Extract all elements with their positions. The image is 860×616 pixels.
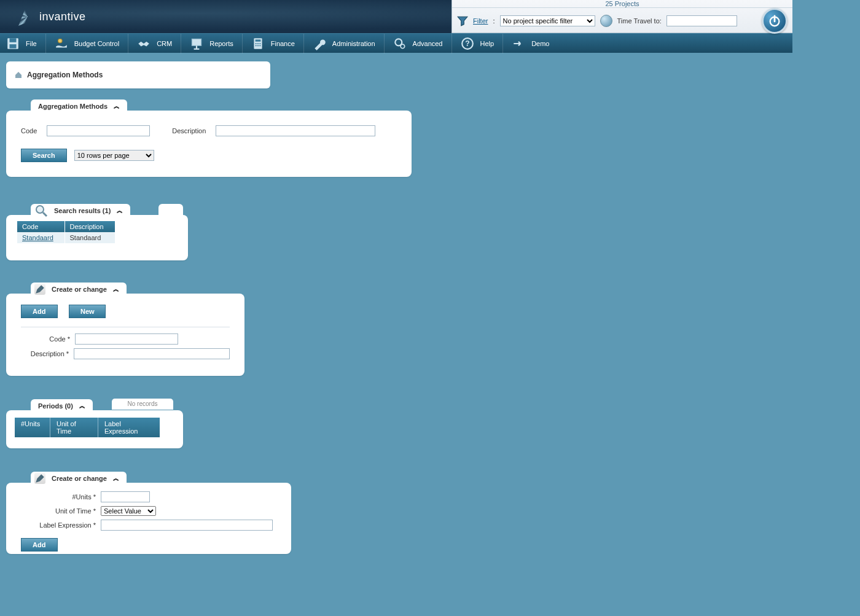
code-input[interactable]: [47, 125, 150, 136]
results-panel-tab[interactable]: Search results (1) ︽: [31, 204, 130, 217]
cell-description: Standaard: [64, 232, 115, 243]
handshake-icon: [137, 37, 150, 50]
cc1-code-input[interactable]: [75, 333, 178, 345]
power-button[interactable]: [762, 8, 788, 34]
menu-label: Demo: [531, 40, 549, 47]
menu-finance[interactable]: Finance: [242, 34, 303, 53]
blank-tab: [158, 204, 183, 217]
rows-per-page-select[interactable]: 10 rows per page: [74, 150, 154, 161]
arrow-icon: [512, 37, 525, 50]
page-title: Aggregation Methods: [27, 71, 103, 79]
chevron-up-icon[interactable]: ︽: [113, 474, 119, 483]
chevron-up-icon[interactable]: ︽: [114, 102, 120, 111]
menu-reports[interactable]: Reports: [181, 34, 242, 53]
col-label-expression: Label Expression: [98, 418, 160, 437]
app-header: invantive 25 Projects Filter : No projec…: [0, 0, 792, 33]
col-unit-of-time: Unit of Time: [50, 418, 98, 437]
gears-icon: [393, 37, 407, 50]
tab-label: Periods (0): [38, 402, 73, 410]
tab-label: Aggregation Methods: [38, 103, 108, 110]
logo-text: invantive: [39, 10, 86, 23]
cc2-units-label: #Units *: [21, 493, 101, 501]
menu-bar: File Budget Control CRM Reports Finance …: [0, 33, 792, 53]
svg-point-5: [58, 39, 62, 43]
divider: [21, 327, 230, 327]
table-row: Standaard Standaard: [17, 232, 115, 243]
search-button[interactable]: Search: [21, 149, 67, 162]
create-change-panel-2: Create or change ︽ #Units * Unit of Time…: [6, 483, 291, 554]
menu-administration[interactable]: Administration: [303, 34, 384, 53]
menu-label: File: [26, 40, 37, 47]
logo-burst-icon: [18, 7, 37, 26]
add-button[interactable]: Add: [21, 305, 58, 318]
periods-tab[interactable]: Periods (0) ︽: [31, 399, 93, 413]
svg-point-13: [259, 42, 260, 44]
description-label: Description: [172, 127, 206, 135]
cc2-lblexp-input[interactable]: [101, 520, 273, 531]
tab-label: Create or change: [52, 475, 107, 482]
cc1-desc-input[interactable]: [74, 348, 230, 359]
cc2-add-button[interactable]: Add: [21, 538, 58, 552]
svg-point-16: [259, 45, 260, 46]
help-icon: ?: [461, 37, 474, 50]
menu-label: Finance: [271, 40, 295, 47]
search-panel: Aggregation Methods ︽ Code Description S…: [6, 111, 412, 177]
cc2-tab[interactable]: Create or change ︽: [31, 472, 127, 485]
time-travel-label: Time Travel to:: [617, 17, 662, 25]
presentation-icon: [190, 37, 203, 50]
filter-colon: :: [493, 17, 495, 25]
cc2-uot-label: Unit of Time *: [21, 507, 101, 515]
svg-point-12: [257, 42, 259, 44]
cc1-desc-label: Description *: [21, 350, 74, 357]
cell-code-link[interactable]: Standaard: [17, 232, 64, 243]
header-right-panel: 25 Projects Filter : No project specific…: [452, 0, 792, 33]
menu-crm[interactable]: CRM: [128, 34, 181, 53]
calculator-icon: [251, 37, 265, 50]
menu-advanced[interactable]: Advanced: [384, 34, 452, 53]
chevron-up-icon[interactable]: ︽: [117, 206, 123, 215]
table-header-row: Code Description: [17, 221, 115, 232]
hand-coins-icon: [55, 37, 68, 50]
menu-help[interactable]: ? Help: [452, 34, 503, 53]
cc2-units-input[interactable]: [101, 491, 150, 502]
menu-label: CRM: [157, 40, 172, 47]
periods-header-row: #Units Unit of Time Label Expression: [15, 418, 174, 437]
projects-count: 25 Projects: [452, 0, 792, 8]
no-records-tab: No records: [112, 399, 173, 410]
svg-point-21: [36, 206, 44, 213]
svg-point-18: [401, 44, 405, 49]
svg-rect-10: [255, 39, 260, 41]
col-description: Description: [64, 221, 115, 232]
menu-label: Advanced: [413, 40, 443, 47]
description-input[interactable]: [216, 125, 375, 136]
menu-label: Budget Control: [74, 40, 119, 47]
time-travel-input[interactable]: [666, 15, 737, 26]
home-icon[interactable]: [15, 71, 22, 79]
filter-link[interactable]: Filter: [473, 17, 488, 25]
new-button[interactable]: New: [69, 305, 106, 318]
globe-icon: [600, 15, 612, 27]
svg-point-11: [255, 42, 256, 44]
logo: invantive: [18, 7, 86, 26]
tab-label: Create or change: [52, 286, 107, 293]
results-panel: Search results (1) ︽ Code Description St…: [6, 215, 188, 260]
svg-text:?: ?: [465, 39, 469, 48]
svg-point-14: [255, 45, 256, 46]
cc2-uot-select[interactable]: Select Value: [101, 506, 156, 516]
search-panel-tab[interactable]: Aggregation Methods ︽: [31, 99, 127, 113]
chevron-up-icon[interactable]: ︽: [79, 402, 85, 410]
menu-file[interactable]: File: [2, 34, 45, 53]
menu-budget-control[interactable]: Budget Control: [45, 34, 128, 53]
filter-select[interactable]: No project specific filter: [500, 15, 595, 26]
cc2-lblexp-label: Label Expression *: [21, 521, 101, 529]
menu-label: Help: [480, 40, 495, 47]
save-icon: [6, 37, 20, 50]
col-code: Code: [17, 221, 64, 232]
chevron-up-icon[interactable]: ︽: [113, 285, 119, 294]
cc1-tab[interactable]: Create or change ︽: [31, 283, 127, 296]
svg-point-15: [257, 45, 259, 46]
menu-label: Administration: [332, 40, 375, 47]
periods-panel: Periods (0) ︽ No records #Units Unit of …: [6, 410, 183, 448]
pencil-icon: [34, 284, 45, 295]
menu-demo[interactable]: Demo: [502, 34, 558, 53]
